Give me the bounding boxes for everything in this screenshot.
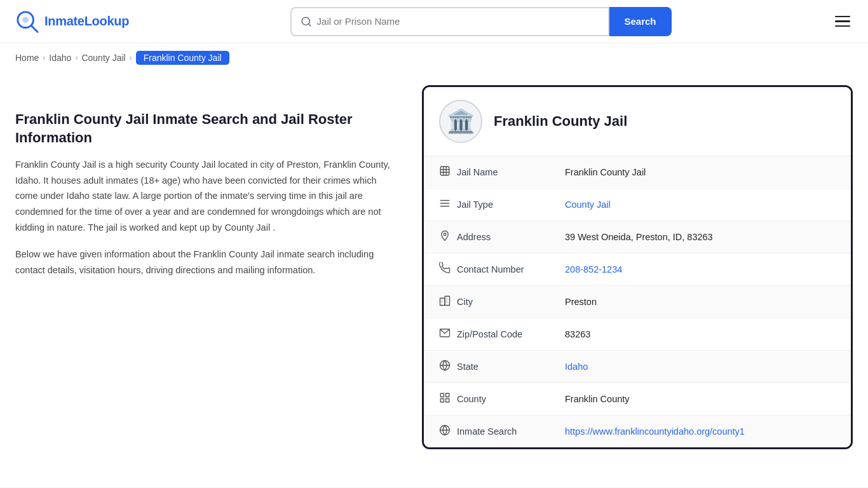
info-value-0: Franklin County Jail	[565, 167, 646, 177]
city-icon	[439, 295, 457, 309]
info-value-3[interactable]: 208-852-1234	[565, 264, 622, 274]
main-content: Franklin County Jail Inmate Search and J…	[0, 72, 868, 462]
logo-icon	[15, 10, 39, 34]
svg-rect-25	[446, 393, 449, 396]
svg-point-13	[444, 233, 446, 236]
chevron-icon-3: ›	[130, 53, 132, 62]
info-value-5: 83263	[565, 329, 590, 339]
description-paragraph-1: Franklin County Jail is a high security …	[15, 157, 397, 235]
info-link-8[interactable]: https://www.franklincountyidaho.org/coun…	[565, 426, 745, 437]
info-value-7: Franklin County	[565, 394, 630, 404]
jail-icon	[439, 165, 457, 179]
info-row-city: CityPreston	[424, 286, 851, 318]
info-value-2: 39 West Oneida, Preston, ID, 83263	[565, 232, 713, 242]
breadcrumb-state[interactable]: Idaho	[49, 53, 71, 63]
info-row-state: StateIdaho	[424, 351, 851, 383]
info-row-jail-type: Jail TypeCounty Jail	[424, 189, 851, 221]
header: InmateLookup Search	[0, 0, 868, 43]
svg-rect-5	[440, 166, 449, 175]
info-link-3[interactable]: 208-852-1234	[565, 264, 622, 274]
info-label-8: Inmate Search	[457, 426, 565, 437]
svg-rect-14	[440, 298, 445, 305]
info-table: Jail NameFranklin County JailJail TypeCo…	[424, 156, 851, 447]
info-label-7: County	[457, 394, 565, 404]
info-row-zip/postal-code: Zip/Postal Code83263	[424, 318, 851, 351]
breadcrumb-home[interactable]: Home	[15, 53, 39, 63]
info-label-1: Jail Type	[457, 200, 565, 210]
address-icon	[439, 230, 457, 244]
info-value-8[interactable]: https://www.franklincountyidaho.org/coun…	[565, 426, 745, 437]
chevron-icon-2: ›	[75, 53, 78, 62]
info-row-county: CountyFranklin County	[424, 383, 851, 416]
zip-icon	[439, 327, 457, 341]
description-paragraph-2: Below we have given information about th…	[15, 247, 397, 278]
svg-line-1	[32, 25, 38, 32]
menu-button[interactable]	[832, 13, 853, 30]
search-input[interactable]	[317, 16, 599, 27]
search-button[interactable]: Search	[609, 7, 672, 36]
chevron-icon-1: ›	[43, 53, 45, 62]
globe-icon	[439, 424, 457, 438]
info-value-4: Preston	[565, 297, 597, 307]
breadcrumb-current: Franklin County Jail	[136, 51, 229, 65]
hamburger-line-1	[835, 16, 850, 18]
info-label-4: City	[457, 297, 565, 307]
logo-text: InmateLookup	[44, 14, 129, 29]
jail-card: 🏛️ Franklin County Jail Jail NameFrankli…	[422, 85, 853, 449]
info-link-1[interactable]: County Jail	[565, 200, 611, 210]
breadcrumb-jail-type[interactable]: County Jail	[81, 53, 125, 63]
info-label-0: Jail Name	[457, 167, 565, 177]
search-wrapper	[290, 7, 609, 36]
info-label-3: Contact Number	[457, 264, 565, 274]
search-icon	[301, 16, 312, 27]
info-value-6[interactable]: Idaho	[565, 362, 588, 372]
type-icon	[439, 198, 457, 212]
breadcrumb: Home › Idaho › County Jail › Franklin Co…	[0, 43, 868, 72]
info-label-2: Address	[457, 232, 565, 242]
left-column: Franklin County Jail Inmate Search and J…	[15, 85, 422, 278]
state-icon	[439, 360, 457, 374]
logo[interactable]: InmateLookup	[15, 10, 129, 34]
info-label-5: Zip/Postal Code	[457, 329, 565, 339]
svg-point-2	[22, 17, 29, 23]
search-area: Search	[290, 7, 672, 36]
page-title: Franklin County Jail Inmate Search and J…	[15, 111, 397, 147]
info-value-1[interactable]: County Jail	[565, 200, 611, 210]
info-row-address: Address39 West Oneida, Preston, ID, 8326…	[424, 221, 851, 254]
phone-icon	[439, 262, 457, 276]
card-header: 🏛️ Franklin County Jail	[424, 87, 851, 156]
info-label-6: State	[457, 362, 565, 372]
svg-line-4	[308, 24, 310, 25]
right-column: 🏛️ Franklin County Jail Jail NameFrankli…	[422, 85, 853, 449]
info-row-contact-number: Contact Number208-852-1234	[424, 254, 851, 286]
svg-rect-24	[440, 393, 444, 396]
hamburger-line-2	[835, 20, 850, 22]
jail-avatar: 🏛️	[439, 100, 482, 143]
hamburger-line-3	[835, 25, 850, 27]
svg-rect-15	[445, 296, 450, 305]
building-icon: 🏛️	[447, 108, 475, 135]
info-row-inmate-search: Inmate Searchhttps://www.franklincountyi…	[424, 416, 851, 447]
card-jail-name: Franklin County Jail	[494, 113, 627, 130]
svg-rect-26	[440, 399, 444, 402]
svg-rect-27	[446, 399, 449, 402]
info-row-jail-name: Jail NameFranklin County Jail	[424, 156, 851, 189]
county-icon	[439, 392, 457, 406]
info-link-6[interactable]: Idaho	[565, 362, 588, 372]
